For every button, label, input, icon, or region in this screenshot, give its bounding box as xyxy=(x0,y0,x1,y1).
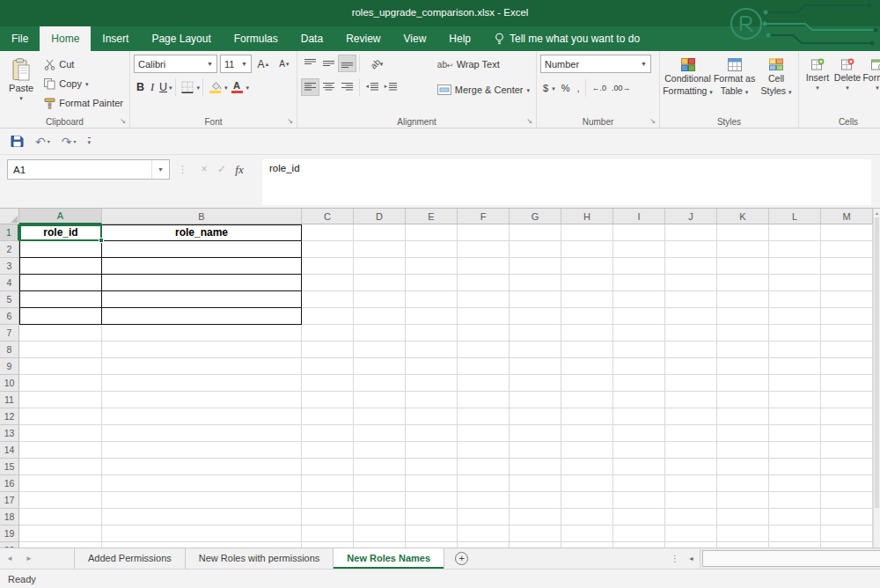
cell-c12[interactable] xyxy=(302,408,354,425)
row-header-1[interactable]: 1 xyxy=(0,224,19,241)
column-header-m[interactable]: M xyxy=(821,209,873,224)
cell-h16[interactable] xyxy=(561,475,613,492)
cell-f14[interactable] xyxy=(458,442,510,459)
ribbon-tab-view[interactable]: View xyxy=(392,26,438,51)
decrease-font-size-button[interactable]: A▼ xyxy=(275,55,294,73)
column-header-i[interactable]: I xyxy=(613,209,665,224)
cell-m16[interactable] xyxy=(821,475,873,492)
cell-a11[interactable] xyxy=(19,392,102,408)
cell-k15[interactable] xyxy=(717,459,769,475)
cell-f6[interactable] xyxy=(458,308,510,325)
cell-d5[interactable] xyxy=(354,291,406,308)
cell-i16[interactable] xyxy=(613,475,665,492)
cell-h17[interactable] xyxy=(561,492,613,509)
cell-i14[interactable] xyxy=(613,442,665,459)
cell-l14[interactable] xyxy=(769,442,821,459)
column-header-c[interactable]: C xyxy=(302,209,354,224)
cell-d16[interactable] xyxy=(354,475,406,492)
percent-format-button[interactable]: % xyxy=(558,78,574,98)
cell-k5[interactable] xyxy=(717,291,769,308)
cell-e12[interactable] xyxy=(406,408,458,425)
cell-k18[interactable] xyxy=(717,509,769,526)
format-cells-button[interactable]: Format ▾ xyxy=(862,55,880,111)
cell-c1[interactable] xyxy=(302,224,354,241)
cell-k9[interactable] xyxy=(717,358,769,375)
cell-g6[interactable] xyxy=(510,308,561,325)
cell-l8[interactable] xyxy=(769,342,821,358)
cell-j6[interactable] xyxy=(665,308,717,325)
cell-b2[interactable] xyxy=(102,241,302,258)
orientation-button[interactable]: ab▾ xyxy=(363,55,391,72)
cell-b12[interactable] xyxy=(102,408,302,425)
cell-g17[interactable] xyxy=(510,492,561,509)
cell-e10[interactable] xyxy=(406,375,458,392)
comma-format-button[interactable]: , xyxy=(573,78,583,98)
cell-k1[interactable] xyxy=(717,224,769,241)
cell-g18[interactable] xyxy=(510,509,561,526)
cell-k2[interactable] xyxy=(717,241,769,258)
cell-c10[interactable] xyxy=(302,375,354,392)
cell-f18[interactable] xyxy=(458,509,510,526)
cell-b5[interactable] xyxy=(102,291,302,308)
row-header-3[interactable]: 3 xyxy=(0,258,19,275)
cell-c5[interactable] xyxy=(302,291,354,308)
cell-b18[interactable] xyxy=(102,509,302,526)
scroll-left-icon[interactable]: ◄ xyxy=(683,555,700,562)
cell-j16[interactable] xyxy=(665,475,717,492)
cell-l9[interactable] xyxy=(769,358,821,375)
cell-b17[interactable] xyxy=(102,492,302,509)
cell-j7[interactable] xyxy=(665,325,717,342)
cell-e19[interactable] xyxy=(406,526,458,542)
alignment-dialog-launcher[interactable]: ↘ xyxy=(526,118,532,125)
cell-d19[interactable] xyxy=(354,526,406,542)
cell-d8[interactable] xyxy=(354,342,406,358)
cell-e5[interactable] xyxy=(406,291,458,308)
column-header-l[interactable]: L xyxy=(769,209,821,224)
row-header-2[interactable]: 2 xyxy=(0,241,19,258)
name-box-dropdown-icon[interactable]: ▼ xyxy=(151,160,169,179)
cell-i13[interactable] xyxy=(613,425,665,442)
align-center-button[interactable] xyxy=(319,78,338,96)
cell-f9[interactable] xyxy=(458,358,510,375)
cell-a15[interactable] xyxy=(19,459,102,475)
horizontal-scrollbar[interactable] xyxy=(700,548,880,569)
cell-h19[interactable] xyxy=(561,526,613,542)
cell-i17[interactable] xyxy=(613,492,665,509)
underline-button[interactable]: U xyxy=(158,81,169,93)
cell-b6[interactable] xyxy=(102,308,302,325)
cell-e9[interactable] xyxy=(406,358,458,375)
cell-c13[interactable] xyxy=(302,425,354,442)
formula-bar-splitter[interactable]: ⋮ xyxy=(178,164,187,175)
cell-a13[interactable] xyxy=(19,425,102,442)
cell-f13[interactable] xyxy=(458,425,510,442)
delete-cells-button[interactable]: Delete ▾ xyxy=(832,55,862,111)
cell-h14[interactable] xyxy=(561,442,613,459)
cell-a17[interactable] xyxy=(19,492,102,509)
font-dialog-launcher[interactable]: ↘ xyxy=(287,118,293,125)
cell-c4[interactable] xyxy=(302,275,354,291)
cell-f5[interactable] xyxy=(458,291,510,308)
cell-g10[interactable] xyxy=(510,375,561,392)
cell-d1[interactable] xyxy=(354,224,406,241)
cell-j2[interactable] xyxy=(665,241,717,258)
cell-l1[interactable] xyxy=(769,224,821,241)
cell-c14[interactable] xyxy=(302,442,354,459)
row-header-7[interactable]: 7 xyxy=(0,325,19,342)
decrease-indent-button[interactable] xyxy=(363,78,381,96)
cell-styles-button[interactable]: Cell Styles ▾ xyxy=(757,55,796,111)
cell-f19[interactable] xyxy=(458,526,510,542)
cell-d17[interactable] xyxy=(354,492,406,509)
horizontal-scroll-thumb[interactable] xyxy=(702,550,880,567)
column-header-g[interactable]: G xyxy=(510,209,561,224)
cell-a7[interactable] xyxy=(19,325,102,342)
cell-e6[interactable] xyxy=(406,308,458,325)
cell-g14[interactable] xyxy=(510,442,561,459)
save-icon[interactable] xyxy=(11,135,24,148)
cell-g19[interactable] xyxy=(510,526,561,542)
cell-d9[interactable] xyxy=(354,358,406,375)
cell-m9[interactable] xyxy=(821,358,873,375)
cell-c2[interactable] xyxy=(302,241,354,258)
cell-f10[interactable] xyxy=(458,375,510,392)
top-align-button[interactable] xyxy=(301,55,319,72)
cell-l13[interactable] xyxy=(769,425,821,442)
